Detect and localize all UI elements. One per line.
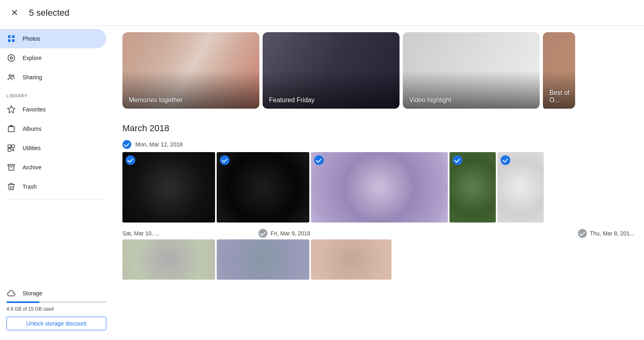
day-label-mar9: Fri, Mar 9, 2018: [271, 230, 311, 237]
explore-icon: [6, 53, 16, 63]
day-label-mar10: Sat, Mar 10, ...: [122, 230, 159, 237]
bottom-thumb-3[interactable]: [311, 239, 391, 280]
photos-icon: [6, 34, 16, 43]
svg-rect-0: [8, 35, 10, 38]
sidebar-item-sharing[interactable]: Sharing: [0, 68, 106, 87]
utilities-icon: [6, 143, 16, 153]
march-2018-section: March 2018 Mon, Mar 12, 2018: [113, 117, 644, 280]
svg-rect-1: [12, 35, 14, 38]
sidebar-item-utilities[interactable]: Utilities: [0, 138, 106, 158]
svg-rect-13: [8, 148, 11, 151]
svg-rect-2: [8, 39, 10, 42]
star-icon: [6, 105, 16, 114]
photo-thumb-3[interactable]: [311, 152, 448, 223]
sidebar-label-archive: Archive: [23, 164, 41, 171]
storage-used-text: 4.9 GB of 15 GB used: [6, 306, 106, 312]
sidebar-item-explore[interactable]: Explore: [0, 48, 106, 68]
photo-check-1: [126, 155, 135, 165]
content-area: Memories together Featured Friday Video …: [113, 26, 644, 340]
storage-bar-container: [6, 301, 106, 303]
albums-icon: [6, 124, 16, 134]
sidebar-label-utilities: Utilities: [23, 145, 41, 151]
day-check-mar8[interactable]: [578, 229, 587, 238]
month-title: March 2018: [122, 123, 634, 134]
close-button[interactable]: ✕: [6, 5, 23, 21]
day-label-mar8: Thu, Mar 8, 201...: [590, 230, 635, 237]
storage-bar-fill: [6, 301, 39, 303]
featured-strip: Memories together Featured Friday Video …: [113, 26, 644, 117]
photo-check-2: [220, 155, 230, 165]
svg-point-6: [9, 75, 12, 77]
photo-check-3: [314, 155, 324, 165]
storage-row: Storage: [6, 288, 106, 298]
svg-point-4: [8, 55, 15, 62]
sidebar-label-photos: Photos: [23, 35, 40, 42]
photo-thumb-2[interactable]: [217, 152, 309, 223]
svg-rect-11: [8, 145, 11, 148]
bottom-thumb-2[interactable]: [217, 239, 309, 280]
photo-thumb-5[interactable]: [497, 152, 544, 223]
sidebar-label-albums: Albums: [23, 126, 41, 132]
sidebar: Photos Explore Sharing: [0, 26, 113, 340]
sidebar-item-favorites[interactable]: Favorites: [0, 100, 106, 119]
photo-thumb-1[interactable]: [122, 152, 215, 223]
featured-card-highlight[interactable]: Video highlight: [403, 32, 540, 110]
featured-card-label-highlight: Video highlight: [409, 97, 451, 104]
sidebar-item-archive[interactable]: Archive: [0, 158, 106, 177]
photo-check-4: [453, 155, 462, 165]
sidebar-item-albums[interactable]: Albums: [0, 119, 106, 138]
day-check-mar12[interactable]: [122, 140, 131, 149]
bottom-thumb-strip: [122, 239, 634, 280]
sidebar-item-photos[interactable]: Photos: [0, 29, 106, 48]
unlock-storage-button[interactable]: Unlock storage discount: [6, 317, 106, 330]
sidebar-item-trash[interactable]: Trash: [0, 177, 106, 196]
featured-card-label-bestof: Best of O...: [549, 89, 575, 104]
featured-card-bestof[interactable]: Best of O...: [543, 32, 575, 110]
svg-point-7: [12, 75, 14, 77]
photo-check-5: [501, 155, 510, 165]
sidebar-label-sharing: Sharing: [23, 74, 42, 80]
day-label-mar12: Mon, Mar 12, 2018: [135, 141, 183, 148]
svg-rect-12: [12, 145, 14, 148]
main-layout: Photos Explore Sharing: [0, 26, 644, 340]
lower-day-headers: Sat, Mar 10, ... Fri, Mar 9, 2018 Thu, M…: [122, 229, 634, 238]
svg-point-5: [10, 57, 12, 59]
sharing-icon: [6, 72, 16, 82]
featured-card-label-memories: Memories together: [129, 97, 182, 104]
top-bar: ✕ 5 selected: [0, 0, 644, 26]
day-check-mar9[interactable]: [259, 229, 267, 238]
svg-rect-8: [8, 127, 14, 132]
day-header-mar12: Mon, Mar 12, 2018: [122, 140, 634, 149]
featured-card-label-friday: Featured Friday: [269, 97, 315, 104]
selection-count: 5 selected: [29, 8, 69, 18]
featured-card-memories[interactable]: Memories together: [122, 32, 259, 110]
svg-rect-10: [10, 125, 12, 126]
sidebar-label-explore: Explore: [23, 55, 41, 61]
sidebar-label-favorites: Favorites: [23, 106, 46, 113]
trash-icon: [6, 182, 16, 192]
photo-thumb-4[interactable]: [449, 152, 496, 223]
library-section-label: LIBRARY: [0, 87, 113, 100]
svg-rect-9: [9, 126, 14, 127]
storage-label: Storage: [23, 290, 42, 297]
bottom-thumb-1[interactable]: [122, 239, 215, 280]
svg-rect-14: [8, 165, 15, 166]
sidebar-storage: Storage 4.9 GB of 15 GB used Unlock stor…: [0, 282, 113, 337]
cloud-icon: [6, 288, 16, 298]
svg-rect-3: [12, 39, 14, 42]
sidebar-label-trash: Trash: [23, 183, 37, 190]
photo-grid-mar12: [122, 152, 634, 223]
sidebar-divider: [6, 200, 106, 200]
archive-icon: [6, 163, 16, 172]
featured-card-friday[interactable]: Featured Friday: [263, 32, 400, 110]
